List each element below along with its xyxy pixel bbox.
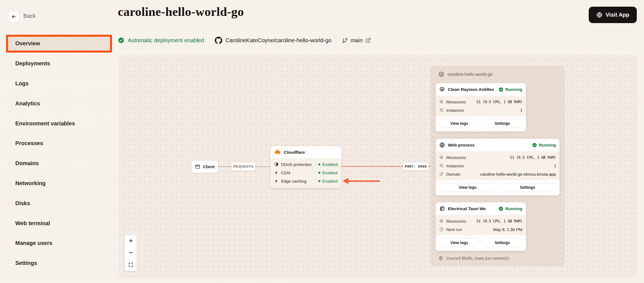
- bolt-icon: [274, 179, 279, 183]
- client-node: Client: [191, 161, 218, 173]
- sidebar-item-analytics[interactable]: Analytics: [0, 93, 117, 113]
- card-header: Web process Running: [436, 139, 560, 151]
- row-value: S1 (0.5 CPU, 1 GB RAM): [476, 219, 522, 223]
- row-value: S1 (0.5 CPU, 1 GB RAM): [510, 155, 556, 160]
- cloudflare-title: Cloudflare: [284, 150, 305, 155]
- detail-row: Instances 1: [439, 106, 522, 114]
- repo-link[interactable]: CarolineKateCoyne/caroline-hello-world-g…: [215, 37, 331, 44]
- status-dot: [318, 180, 320, 182]
- feature-status: Enabled: [318, 179, 338, 183]
- settings-button[interactable]: Settings: [499, 183, 556, 192]
- sidebar-item-label: Processes: [15, 140, 43, 147]
- visit-app-button[interactable]: Visit App: [589, 7, 637, 23]
- connector-dashed-orange: [342, 166, 403, 167]
- status-dot: [318, 163, 320, 165]
- row-label: Resources: [446, 100, 466, 104]
- feature-status: Enabled: [318, 170, 338, 175]
- sidebar-item-label: Networking: [15, 180, 46, 187]
- app-overview-page: { "app": { "back_label": "Back", "title"…: [0, 0, 644, 283]
- map-pin-icon: [438, 256, 443, 261]
- app-group-header: caroline-hello-world-go: [438, 71, 493, 78]
- branch-link[interactable]: main: [342, 37, 371, 44]
- detail-row: Next run May 8, 1:30 PM: [439, 225, 522, 234]
- check-circle-icon: [498, 206, 503, 211]
- settings-button[interactable]: Settings: [482, 119, 522, 128]
- card-footer: View logs Settings: [436, 180, 560, 195]
- process-title: Web process: [448, 143, 529, 148]
- status-dot: [318, 172, 320, 174]
- sidebar-item-domains[interactable]: Domains: [0, 153, 117, 173]
- github-icon: [215, 37, 222, 44]
- sidebar-item-web-terminal[interactable]: Web terminal: [0, 213, 117, 233]
- connector-dashed-gray: [255, 166, 270, 167]
- cloudflare-header: Cloudflare: [270, 146, 341, 158]
- feature-status: Enabled: [318, 162, 338, 167]
- sidebar-item-processes[interactable]: Processes: [0, 133, 117, 153]
- sidebar-item-label: Disks: [15, 200, 30, 207]
- status-badge: Running: [532, 143, 556, 148]
- zoom-out-button[interactable]: [125, 247, 137, 259]
- view-logs-button[interactable]: View logs: [439, 119, 479, 128]
- canvas-zoom-controls: [125, 235, 137, 271]
- back-button[interactable]: [8, 11, 19, 22]
- card-body: Resources S1 (0.5 CPU, 1 GB RAM) Instanc…: [436, 151, 560, 180]
- topology-canvas[interactable]: Client REQUESTS PORT: 8080 Cloudflare DD…: [119, 55, 637, 277]
- sidebar-item-settings[interactable]: Settings: [0, 253, 117, 273]
- sidebar-item-label: Analytics: [15, 100, 40, 107]
- instances-icon: [439, 108, 444, 112]
- view-logs-button[interactable]: View logs: [439, 183, 496, 192]
- view-logs-button[interactable]: View logs: [439, 238, 479, 247]
- repo-name: CarolineKateCoyne/caroline-hello-world-g…: [226, 37, 331, 44]
- row-label: Resources: [446, 155, 466, 160]
- sidebar-item-label: Settings: [15, 260, 37, 266]
- detail-row: Domain caroline-hello-world-go-ekmss.kin…: [439, 170, 556, 178]
- datacenter-location: Council Bluffs, Iowa (us-central1): [438, 254, 509, 262]
- globe-icon: [596, 12, 603, 18]
- sidebar-item-disks[interactable]: Disks: [0, 193, 117, 213]
- zoom-in-button[interactable]: [125, 235, 137, 247]
- clock-icon: [439, 227, 444, 232]
- sidebar-item-label: Domains: [15, 160, 39, 167]
- feature-label: Edge caching: [281, 179, 318, 183]
- sidebar-item-networking[interactable]: Networking: [0, 173, 117, 193]
- arrowhead: [343, 178, 348, 184]
- row-value: 1: [554, 163, 556, 168]
- detail-row: Instances 1: [439, 162, 556, 170]
- process-card-worker: Clean Raymus Antilles Running Resources …: [436, 83, 526, 131]
- fit-view-button[interactable]: [125, 259, 137, 271]
- visit-app-label: Visit App: [606, 12, 630, 18]
- browser-window-icon: [195, 164, 200, 169]
- card-body: Resources S1 (0.5 CPU, 1 GB RAM) Next ru…: [436, 215, 526, 235]
- check-circle-icon: [532, 143, 537, 148]
- card-footer: View logs Settings: [436, 235, 526, 251]
- port-edge-label: PORT: 8080: [403, 163, 428, 170]
- row-label: Instances: [446, 108, 464, 113]
- gear-icon: [439, 219, 444, 223]
- feature-label: DDoS protection: [281, 162, 318, 167]
- bolt-icon: [274, 171, 279, 175]
- instances-icon: [439, 163, 444, 168]
- sidebar-item-overview[interactable]: Overview: [6, 35, 112, 53]
- requests-edge-label: REQUESTS: [231, 163, 255, 170]
- sidebar-item-manage-users[interactable]: Manage users: [0, 233, 117, 253]
- auto-deploy-label: Automatic deployment enabled: [128, 37, 204, 44]
- sidebar-item-label: Environment variables: [15, 120, 75, 127]
- status-text: Running: [505, 206, 522, 211]
- process-card-cron: Electrical Taun We Running Resources S1 …: [436, 202, 526, 251]
- external-link-icon[interactable]: [365, 38, 371, 43]
- fullscreen-icon: [128, 262, 133, 267]
- client-label: Client: [203, 164, 214, 169]
- layers-icon: [438, 71, 445, 78]
- settings-button[interactable]: Settings: [482, 238, 522, 247]
- globe-icon: [439, 142, 445, 148]
- card-footer: View logs Settings: [436, 116, 526, 131]
- connector-dashed-gray: [218, 166, 231, 167]
- check-circle-icon: [118, 37, 124, 44]
- row-value: 1: [520, 108, 522, 112]
- sidebar-item-environment-variables[interactable]: Environment variables: [0, 113, 117, 133]
- sidebar-item-deployments[interactable]: Deployments: [0, 54, 117, 74]
- sidebar-item-label: Manage users: [15, 240, 52, 246]
- row-label: Resources: [446, 219, 466, 224]
- git-branch-icon: [342, 38, 348, 43]
- sidebar-item-logs[interactable]: Logs: [0, 74, 117, 94]
